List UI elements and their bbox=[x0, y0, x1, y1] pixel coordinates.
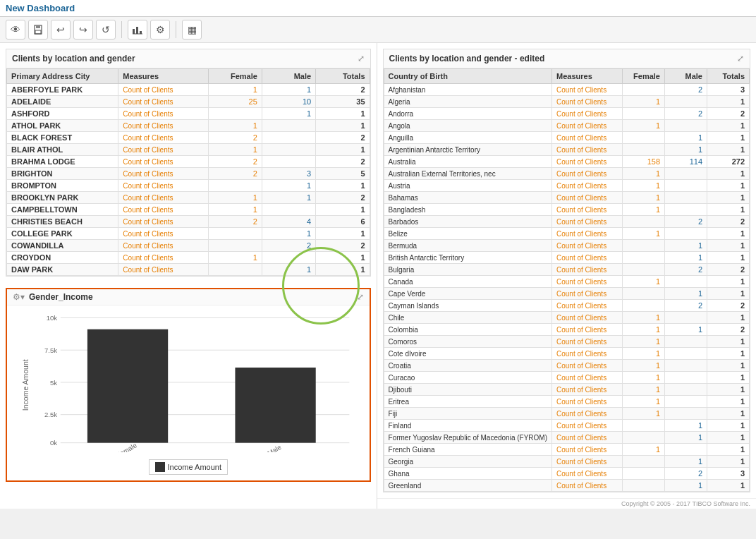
left-table-container[interactable]: Primary Address City Measures Female Mal… bbox=[6, 68, 370, 276]
left-widget-header: Clients by location and gender ⤢ bbox=[6, 49, 370, 68]
right-table-row[interactable]: CroatiaCount of Clients11 bbox=[384, 360, 749, 372]
right-table-cell: Cape Verde bbox=[384, 288, 551, 300]
right-table-container[interactable]: Country of Birth Measures Female Male To… bbox=[384, 68, 750, 492]
svg-text:10k: 10k bbox=[47, 314, 58, 322]
left-table-row[interactable]: BROOKLYN PARKCount of Clients112 bbox=[7, 192, 370, 204]
right-table-cell bbox=[623, 108, 665, 120]
right-table-row[interactable]: ComorosCount of Clients11 bbox=[384, 336, 749, 348]
right-table-row[interactable]: EritreaCount of Clients11 bbox=[384, 396, 749, 408]
right-table-row[interactable]: DjiboutiCount of Clients11 bbox=[384, 384, 749, 396]
right-table-row[interactable]: ChileCount of Clients11 bbox=[384, 312, 749, 324]
col-male: Male bbox=[262, 69, 315, 84]
right-table-cell: 1 bbox=[665, 432, 707, 444]
left-table-row[interactable]: CROYDONCount of Clients11 bbox=[7, 252, 370, 264]
right-table-row[interactable]: Cape VerdeCount of Clients11 bbox=[384, 288, 749, 300]
right-table-widget: Clients by location and gender - edited … bbox=[383, 49, 750, 492]
left-table-row[interactable]: COWANDILLACount of Clients22 bbox=[7, 240, 370, 252]
right-table-row[interactable]: AustriaCount of Clients11 bbox=[384, 180, 749, 192]
male-bar[interactable] bbox=[235, 368, 315, 443]
redo-button[interactable]: ↪ bbox=[73, 20, 93, 40]
right-table-cell: Count of Clients bbox=[552, 444, 623, 456]
right-table-cell: 2 bbox=[707, 108, 750, 120]
right-table-row[interactable]: ColombiaCount of Clients112 bbox=[384, 324, 749, 336]
left-table-row[interactable]: ASHFORDCount of Clients11 bbox=[7, 108, 370, 120]
right-table-row[interactable]: AlgeriaCount of Clients11 bbox=[384, 96, 749, 108]
right-table-row[interactable]: AnguillaCount of Clients11 bbox=[384, 132, 749, 144]
right-table-row[interactable]: Former Yugoslav Republic of Macedonia (F… bbox=[384, 432, 749, 444]
refresh-button[interactable]: ↺ bbox=[96, 20, 116, 40]
left-table-row[interactable]: BLAIR ATHOLCount of Clients11 bbox=[7, 144, 370, 156]
left-table-cell bbox=[262, 132, 315, 144]
right-table-cell: Count of Clients bbox=[552, 372, 623, 384]
left-table-cell: 2 bbox=[316, 240, 370, 252]
right-table-cell: Count of Clients bbox=[552, 240, 623, 252]
save-button[interactable] bbox=[28, 20, 48, 40]
left-table-row[interactable]: BLACK FORESTCount of Clients22 bbox=[7, 132, 370, 144]
left-expand-icon[interactable]: ⤢ bbox=[358, 54, 365, 63]
right-table-row[interactable]: AndorraCount of Clients22 bbox=[384, 108, 749, 120]
right-table-row[interactable]: FijiCount of Clients11 bbox=[384, 408, 749, 420]
right-table-cell: 272 bbox=[707, 156, 750, 168]
right-table-row[interactable]: BelizeCount of Clients11 bbox=[384, 228, 749, 240]
left-table-row[interactable]: COLLEGE PARKCount of Clients11 bbox=[7, 228, 370, 240]
right-table-cell: Fiji bbox=[384, 408, 551, 420]
left-table-row[interactable]: BRIGHTONCount of Clients235 bbox=[7, 168, 370, 180]
left-table-cell: 6 bbox=[316, 216, 370, 228]
right-table-row[interactable]: Australian External Territories, necCoun… bbox=[384, 168, 749, 180]
left-table-row[interactable]: CHRISTIES BEACHCount of Clients246 bbox=[7, 216, 370, 228]
right-table-row[interactable]: British Antarctic TerritoryCount of Clie… bbox=[384, 252, 749, 264]
left-table-row[interactable]: ADELAIDECount of Clients251035 bbox=[7, 96, 370, 108]
chart-expand-icon[interactable]: ⤢ bbox=[357, 292, 364, 302]
right-table-row[interactable]: Cayman IslandsCount of Clients22 bbox=[384, 300, 749, 312]
right-table-row[interactable]: Argentinian Antarctic TerritoryCount of … bbox=[384, 144, 749, 156]
right-table-cell: British Antarctic Territory bbox=[384, 252, 551, 264]
right-table-row[interactable]: BarbadosCount of Clients22 bbox=[384, 216, 749, 228]
right-table-row[interactable]: BermudaCount of Clients11 bbox=[384, 240, 749, 252]
right-table-row[interactable]: AustraliaCount of Clients158114272 bbox=[384, 156, 749, 168]
right-table-row[interactable]: Cote dIvoireCount of Clients11 bbox=[384, 348, 749, 360]
right-table-cell: 114 bbox=[665, 156, 707, 168]
right-table-cell: Finland bbox=[384, 420, 551, 432]
left-table-row[interactable]: ATHOL PARKCount of Clients11 bbox=[7, 120, 370, 132]
right-table-cell: 2 bbox=[665, 84, 707, 96]
grid-button[interactable]: ▦ bbox=[182, 20, 202, 40]
left-table-cell: CROYDON bbox=[7, 252, 118, 264]
left-table-cell: 1 bbox=[316, 252, 370, 264]
eye-button[interactable]: 👁 bbox=[6, 20, 25, 40]
right-table-row[interactable]: AngolaCount of Clients11 bbox=[384, 120, 749, 132]
right-table-cell: 1 bbox=[707, 228, 750, 240]
right-table-row[interactable]: French GuianaCount of Clients11 bbox=[384, 444, 749, 456]
right-table-row[interactable]: GreenlandCount of Clients11 bbox=[384, 480, 749, 492]
right-table-row[interactable]: CuracaoCount of Clients11 bbox=[384, 372, 749, 384]
right-expand-icon[interactable]: ⤢ bbox=[737, 54, 744, 63]
settings-button[interactable]: ⚙ bbox=[150, 20, 170, 40]
right-table-row[interactable]: CanadaCount of Clients11 bbox=[384, 276, 749, 288]
left-table-row[interactable]: BROMPTONCount of Clients11 bbox=[7, 180, 370, 192]
right-table-cell bbox=[665, 120, 707, 132]
right-table-row[interactable]: FinlandCount of Clients11 bbox=[384, 420, 749, 432]
left-table-cell: Count of Clients bbox=[118, 228, 208, 240]
chart-widget-header: ⚙▾ Gender_Income ⤢ bbox=[7, 289, 370, 305]
left-table-row[interactable]: CAMPBELLTOWNCount of Clients11 bbox=[7, 204, 370, 216]
right-table-cell: Canada bbox=[384, 276, 551, 288]
right-table-row[interactable]: BangladeshCount of Clients11 bbox=[384, 204, 749, 216]
right-table-row[interactable]: GeorgiaCount of Clients11 bbox=[384, 456, 749, 468]
left-table-row[interactable]: DAW PARKCount of Clients11 bbox=[7, 264, 370, 276]
female-bar[interactable] bbox=[87, 329, 168, 443]
right-table-row[interactable]: BahamasCount of Clients11 bbox=[384, 192, 749, 204]
right-table-cell: Cayman Islands bbox=[384, 300, 551, 312]
right-table-cell: Former Yugoslav Republic of Macedonia (F… bbox=[384, 432, 551, 444]
right-table-row[interactable]: AfghanistanCount of Clients23 bbox=[384, 84, 749, 96]
undo-button[interactable]: ↩ bbox=[51, 20, 71, 40]
right-table-cell: 1 bbox=[623, 348, 665, 360]
left-table-cell bbox=[262, 144, 315, 156]
left-table-row[interactable]: ABERFOYLE PARKCount of Clients112 bbox=[7, 84, 370, 96]
left-table-header-row: Primary Address City Measures Female Mal… bbox=[7, 69, 370, 84]
chart-button[interactable] bbox=[128, 20, 147, 40]
left-table-cell: 1 bbox=[316, 204, 370, 216]
left-table-row[interactable]: BRAHMA LODGECount of Clients22 bbox=[7, 156, 370, 168]
chart-config-icon[interactable]: ⚙▾ bbox=[13, 292, 25, 302]
right-table-row[interactable]: BulgariaCount of Clients22 bbox=[384, 264, 749, 276]
right-table-row[interactable]: GhanaCount of Clients23 bbox=[384, 468, 749, 480]
right-table-cell bbox=[623, 480, 665, 492]
